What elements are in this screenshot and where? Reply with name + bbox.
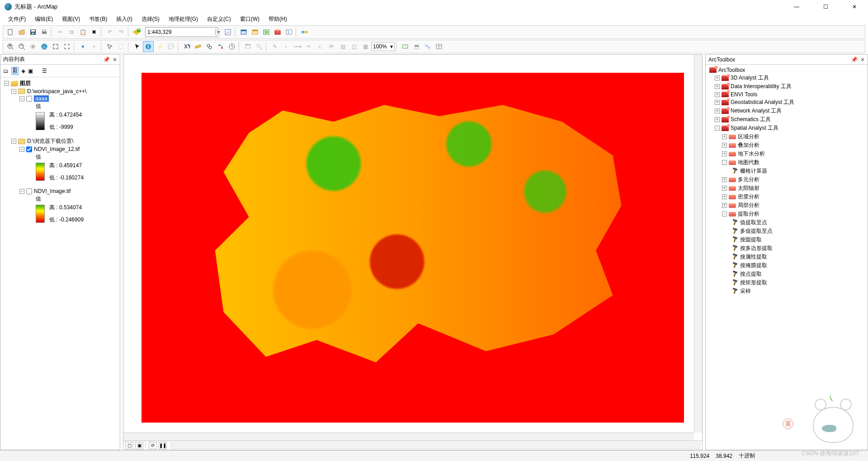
menu-item[interactable]: 文件(F) bbox=[5, 14, 29, 24]
toolbox-item[interactable]: Data Interoperability 工具 bbox=[731, 83, 792, 90]
map-horizontal-scrollbar[interactable] bbox=[123, 433, 694, 441]
expand-toggle[interactable]: − bbox=[11, 139, 16, 144]
map-scale-input[interactable] bbox=[147, 29, 215, 35]
tool-item[interactable]: 按多边形提取 bbox=[740, 245, 773, 252]
paste-icon[interactable]: 📋 bbox=[77, 27, 88, 38]
expand-toggle[interactable]: + bbox=[722, 194, 727, 199]
tool-item[interactable]: 值提取至点 bbox=[740, 219, 767, 226]
expand-toggle[interactable]: − bbox=[19, 147, 24, 152]
menu-item[interactable]: 书签(B) bbox=[85, 14, 111, 24]
measure-icon[interactable] bbox=[193, 41, 203, 52]
search-window-icon[interactable] bbox=[261, 27, 272, 38]
print-icon[interactable] bbox=[39, 27, 50, 38]
expand-toggle[interactable]: - bbox=[715, 126, 720, 131]
expand-toggle[interactable]: + bbox=[722, 186, 727, 191]
minimize-button[interactable]: — bbox=[788, 4, 806, 10]
layer-visibility-checkbox[interactable] bbox=[26, 96, 32, 102]
toolbox-item[interactable]: Spatial Analyst 工具 bbox=[731, 124, 778, 132]
toolbox-item[interactable]: Geostatistical Analyst 工具 bbox=[731, 99, 794, 106]
layer-name[interactable]: NDVI_Image_12.tif bbox=[34, 146, 80, 152]
group-path[interactable]: D:\浏览器下载位置\ bbox=[27, 137, 74, 145]
menu-item[interactable]: 自定义(C) bbox=[203, 14, 235, 24]
zoom-in-icon[interactable]: + bbox=[5, 41, 16, 52]
list-by-visibility-icon[interactable]: ◈ bbox=[21, 68, 25, 74]
georef-table-icon[interactable] bbox=[434, 41, 444, 52]
tool-item[interactable]: 多值提取至点 bbox=[740, 227, 773, 235]
expand-toggle[interactable]: + bbox=[722, 203, 727, 208]
expand-toggle[interactable]: + bbox=[722, 177, 727, 182]
expand-toggle[interactable]: + bbox=[715, 100, 720, 105]
expand-toggle[interactable]: − bbox=[19, 96, 24, 101]
expand-toggle[interactable]: + bbox=[715, 75, 720, 80]
time-slider-icon[interactable] bbox=[226, 41, 237, 52]
arctoolbox-root[interactable]: ArcToolbox bbox=[718, 67, 745, 73]
toolset-item[interactable]: 密度分析 bbox=[738, 193, 760, 201]
expand-toggle[interactable]: + bbox=[722, 134, 727, 139]
find-icon[interactable] bbox=[204, 41, 215, 52]
expand-toggle[interactable]: − bbox=[11, 89, 16, 94]
delete-icon[interactable]: ✖ bbox=[89, 27, 99, 38]
expand-toggle[interactable]: + bbox=[722, 151, 727, 156]
toolset-item[interactable]: 地图代数 bbox=[738, 159, 760, 166]
tool-item[interactable]: 栅格计算器 bbox=[740, 167, 767, 175]
toolset-item[interactable]: 提取分析 bbox=[738, 210, 760, 218]
full-extent-icon[interactable] bbox=[39, 41, 50, 52]
goto-xy-icon[interactable]: XY bbox=[181, 41, 192, 52]
tool-item[interactable]: 按掩膜提取 bbox=[740, 262, 767, 269]
tool-item[interactable]: 采样 bbox=[740, 287, 751, 295]
toolset-item[interactable]: 太阳辐射 bbox=[738, 184, 760, 192]
catalog-window-icon[interactable] bbox=[250, 27, 260, 38]
menu-item[interactable]: 窗口(W) bbox=[236, 14, 263, 24]
select-features-icon[interactable] bbox=[104, 41, 115, 52]
list-by-selection-icon[interactable]: ▣ bbox=[28, 68, 33, 74]
add-data-icon[interactable]: + bbox=[132, 27, 142, 38]
pin-icon[interactable]: 📌 bbox=[103, 56, 110, 63]
pause-drawing-icon[interactable]: ❚❚ bbox=[159, 442, 167, 449]
toolbox-item[interactable]: Schematics 工具 bbox=[731, 116, 771, 123]
toolset-item[interactable]: 区域分析 bbox=[738, 133, 760, 141]
layer-name[interactable]: aaaa bbox=[34, 95, 49, 102]
map-scale-combo[interactable]: ▾ bbox=[145, 27, 217, 37]
georef-toolbar-icon[interactable] bbox=[400, 41, 410, 52]
expand-toggle[interactable]: + bbox=[715, 108, 720, 113]
toc-window-icon[interactable] bbox=[238, 27, 249, 38]
refresh-view-icon[interactable]: ⟳ bbox=[149, 442, 157, 449]
python-window-icon[interactable] bbox=[283, 27, 294, 38]
tool-item[interactable]: 按矩形提取 bbox=[740, 279, 767, 287]
map-canvas[interactable] bbox=[142, 73, 684, 423]
open-icon[interactable] bbox=[16, 27, 27, 38]
prev-extent-icon[interactable] bbox=[77, 41, 88, 52]
toc-options-icon[interactable]: ☰ bbox=[42, 68, 47, 74]
georef-view-link-icon[interactable] bbox=[422, 41, 433, 52]
data-view-tab[interactable]: ▢ bbox=[125, 442, 133, 449]
toolbox-item[interactable]: Network Analyst 工具 bbox=[731, 107, 782, 115]
arctoolbox-window-icon[interactable] bbox=[272, 27, 283, 38]
toc-root[interactable]: 图层 bbox=[20, 80, 31, 87]
toolbox-item[interactable]: ENVI Tools bbox=[731, 91, 757, 98]
zoom-out-icon[interactable]: − bbox=[16, 41, 27, 52]
tool-item[interactable]: 按属性提取 bbox=[740, 253, 767, 261]
close-panel-icon[interactable]: ✕ bbox=[860, 56, 865, 63]
fixed-zoom-in-icon[interactable] bbox=[50, 41, 61, 52]
close-button[interactable]: ✕ bbox=[845, 4, 863, 10]
new-doc-icon[interactable] bbox=[5, 27, 16, 38]
select-elements-icon[interactable] bbox=[132, 41, 142, 52]
expand-toggle[interactable]: - bbox=[722, 160, 727, 165]
expand-toggle[interactable]: + bbox=[722, 143, 727, 148]
ime-badge[interactable]: 英 bbox=[783, 419, 793, 429]
layer-visibility-checkbox[interactable] bbox=[26, 188, 32, 194]
pin-icon[interactable]: 📌 bbox=[851, 56, 858, 63]
identify-icon[interactable]: i bbox=[143, 41, 154, 52]
maximize-button[interactable]: ☐ bbox=[816, 4, 835, 10]
model-builder-icon[interactable] bbox=[299, 27, 310, 38]
expand-toggle[interactable]: + bbox=[715, 84, 720, 89]
list-by-drawing-icon[interactable]: 🗂 bbox=[3, 68, 9, 74]
fixed-zoom-out-icon[interactable] bbox=[61, 41, 72, 52]
menu-item[interactable]: 视图(V) bbox=[58, 14, 84, 24]
menu-item[interactable]: 编辑(E) bbox=[31, 14, 57, 24]
layout-zoom-combo[interactable]: 100%▾ bbox=[371, 42, 395, 51]
group-path[interactable]: D:\workspace_java_c++\ bbox=[27, 88, 86, 94]
layer-visibility-checkbox[interactable] bbox=[26, 146, 32, 152]
menu-item[interactable]: 帮助(H) bbox=[265, 14, 291, 24]
menu-item[interactable]: 选择(S) bbox=[138, 14, 163, 24]
